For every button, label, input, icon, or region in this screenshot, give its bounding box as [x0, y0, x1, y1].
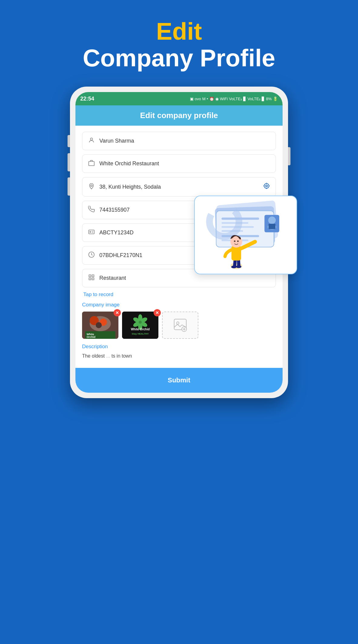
- svg-point-3: [91, 185, 92, 187]
- remove-orchid-image-button[interactable]: ✕: [154, 309, 161, 316]
- svg-rect-11: [89, 278, 91, 280]
- company-value: White Orchid Restaurant: [99, 160, 270, 167]
- status-bar: 22:54 ▣ ovo M • ⏰ ◉ WiFi VoLTE₁ ▊ VoLTE₂…: [75, 92, 283, 105]
- submit-bar: Submit: [75, 368, 283, 393]
- address-field[interactable]: 38, Kunti Heights, Sodala: [82, 177, 276, 197]
- status-time: 22:54: [80, 96, 94, 102]
- gps-icon[interactable]: [263, 182, 270, 191]
- svg-rect-12: [92, 278, 94, 280]
- volume-down-button: [68, 153, 70, 171]
- submit-button[interactable]: Submit: [150, 373, 209, 388]
- page-title-edit: Edit: [83, 18, 275, 45]
- name-field[interactable]: Varun Sharma: [82, 132, 276, 150]
- gstin-icon: [88, 251, 95, 259]
- svg-text:Orchid: Orchid: [87, 335, 95, 339]
- svg-text:Stay HEALTHY: Stay HEALTHY: [132, 332, 149, 335]
- description-text: The oldest ... ts in town: [82, 353, 276, 359]
- svg-point-7: [90, 231, 91, 233]
- tap-to-record[interactable]: Tap to record: [82, 292, 276, 298]
- location-icon: [88, 183, 95, 191]
- name-value: Varun Sharma: [99, 138, 270, 144]
- food-image: White Orchid: [82, 312, 118, 339]
- svg-rect-43: [268, 224, 275, 229]
- app-header: Edit company profile: [75, 105, 283, 126]
- page-title-section: Edit Company Profile: [83, 18, 275, 71]
- app-header-title: Edit company profile: [140, 111, 218, 120]
- add-image-button[interactable]: [162, 312, 198, 339]
- svg-point-56: [234, 240, 235, 242]
- company-field[interactable]: White Orchid Restaurant: [82, 154, 276, 173]
- address-value: 38, Kunti Heights, Sodala: [99, 184, 259, 190]
- illustration-card: [194, 196, 297, 274]
- company-image-label: Company image: [82, 302, 276, 308]
- svg-point-57: [237, 240, 239, 242]
- status-icons: ▣ ovo M • ⏰ ◉ WiFi VoLTE₁ ▊ VoLTE₂ ▊ 8% …: [190, 97, 278, 101]
- svg-point-0: [90, 138, 92, 140]
- image-row: White Orchid ✕: [82, 312, 276, 339]
- svg-point-4: [266, 185, 267, 187]
- svg-point-58: [231, 266, 237, 268]
- svg-rect-9: [89, 275, 91, 277]
- svg-point-5: [264, 183, 269, 188]
- svg-point-32: [177, 322, 179, 324]
- volume-up-button: [68, 135, 70, 147]
- svg-point-28: [139, 321, 142, 324]
- person-icon: [88, 137, 95, 145]
- food-image-wrap: White Orchid ✕: [82, 312, 118, 339]
- orchid-image: White Orchid Stay HEALTHY: [122, 312, 158, 339]
- svg-point-17: [96, 322, 102, 328]
- svg-rect-45: [221, 222, 248, 223]
- orchid-image-wrap: White Orchid Stay HEALTHY ✕: [122, 312, 158, 339]
- svg-rect-1: [89, 161, 94, 166]
- svg-rect-10: [92, 275, 94, 277]
- power-button: [288, 147, 290, 165]
- svg-point-41: [268, 216, 276, 224]
- page-title-company: Company Profile: [83, 45, 275, 71]
- category-value: Restaurant: [99, 275, 270, 281]
- svg-point-59: [236, 265, 241, 268]
- category-icon: [88, 274, 95, 282]
- building-icon: [88, 160, 95, 168]
- id-card-icon: [88, 229, 95, 237]
- remove-food-image-button[interactable]: ✕: [114, 309, 121, 316]
- camera-button: [68, 177, 70, 196]
- svg-text:White Orchid: White Orchid: [131, 328, 150, 331]
- phone-icon: [88, 206, 95, 214]
- description-label: Description: [82, 344, 276, 350]
